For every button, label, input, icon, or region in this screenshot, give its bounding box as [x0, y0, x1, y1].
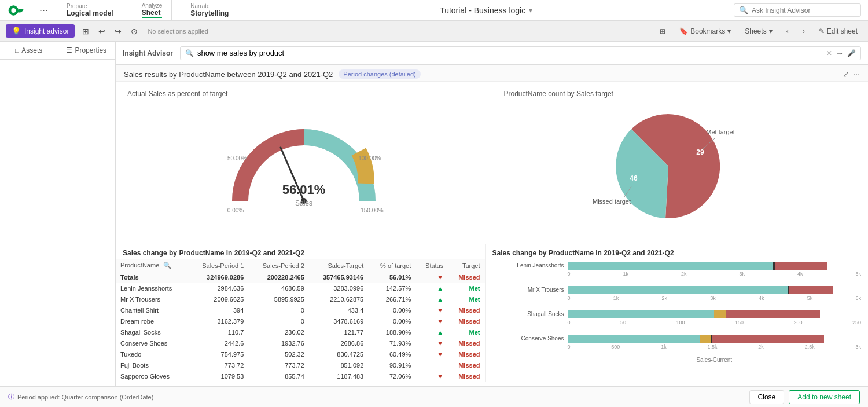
edit-sheet-button[interactable]: ✎ Edit sheet — [814, 25, 862, 37]
nav-left-button[interactable]: ‹ — [782, 25, 793, 37]
row-status: Missed — [448, 305, 484, 316]
row-period1: 2442.6 — [188, 338, 249, 349]
row-target: 3478.6169 — [309, 316, 368, 327]
selections-icon[interactable]: ⊞ — [79, 25, 92, 38]
redo-icon[interactable]: ↪ — [112, 25, 124, 38]
data-table: ProductName 🔍 Sales-Period 1 Sales-Perio… — [116, 259, 485, 382]
pie-container: 46 29 Missed target Met target — [504, 102, 857, 230]
submit-search-icon[interactable]: → — [836, 49, 844, 58]
row-status: Missed — [448, 338, 484, 349]
x-axis-4: 05001k1.5k2k2.5k3k — [568, 344, 862, 350]
col-target: Sales-Target — [309, 259, 368, 272]
x-axis-main-label: Sales-Current — [568, 357, 862, 363]
row-pct: 0.00% — [368, 316, 415, 327]
bar-teal-4 — [568, 335, 700, 343]
bar-row-2: Mr X Trousers 01k2k3k4k5k6k — [568, 286, 862, 301]
ask-insight-input[interactable] — [752, 6, 856, 14]
row-period2: 0 — [248, 316, 309, 327]
row-pct: 188.90% — [368, 327, 415, 338]
row-period1: 3162.379 — [188, 316, 249, 327]
row-period2: 4680.59 — [248, 283, 309, 294]
bar-label-2: Mr X Trousers — [492, 286, 567, 294]
bar-red-4 — [712, 335, 824, 343]
col-status: Status — [415, 259, 448, 272]
row-status: Missed — [448, 371, 484, 382]
nav-analyze[interactable]: Analyze Sheet — [133, 0, 172, 20]
bar-chart-section: Sales change by ProductName in 2019-Q2 a… — [486, 244, 869, 382]
totals-period2: 200228.2465 — [248, 272, 309, 283]
insight-advisor-button[interactable]: 💡 Insight advisor — [6, 24, 75, 38]
qlik-logo — [7, 4, 25, 17]
bar-red-2 — [789, 286, 833, 294]
search-filter-icon[interactable]: 🔍 — [163, 262, 171, 269]
totals-name: Totals — [116, 272, 188, 283]
expand-icon[interactable]: ⤢ — [843, 69, 849, 79]
lock-icon[interactable]: ⊙ — [128, 25, 141, 38]
nav-right-button[interactable]: › — [798, 25, 810, 37]
bar-red-3 — [726, 310, 820, 318]
totals-row: Totals 324969.0286 200228.2465 357465.93… — [116, 272, 485, 283]
row-target: 3283.0996 — [309, 283, 368, 294]
clear-search-icon[interactable]: ✕ — [826, 49, 832, 57]
row-trend: ▼ — [415, 371, 448, 382]
bar-4 — [568, 335, 862, 343]
row-trend: ▼ — [415, 349, 448, 360]
bar-gold-4 — [700, 335, 711, 343]
row-status: Met — [448, 327, 484, 338]
row-trend: ▼ — [415, 305, 448, 316]
properties-tab[interactable]: ☰ Properties — [58, 42, 116, 59]
close-button[interactable]: Close — [749, 390, 785, 404]
col-target-flag: Target — [448, 259, 484, 272]
row-pct: 0.00% — [368, 305, 415, 316]
table-title: Sales change by ProductName in 2019-Q2 a… — [116, 244, 485, 259]
assets-tab[interactable]: □ Assets — [0, 42, 58, 59]
row-pct: 72.06% — [368, 371, 415, 382]
nav-more-icon[interactable]: ··· — [39, 4, 48, 16]
svg-text:50.00%: 50.00% — [227, 155, 247, 162]
insight-advisor-title: Insight Advisor — [116, 49, 180, 57]
sheets-button[interactable]: Sheets ▾ — [740, 25, 777, 37]
voice-search-icon[interactable]: 🎤 — [847, 49, 856, 57]
col-productname: ProductName 🔍 — [116, 259, 188, 272]
content-area: Insight Advisor 🔍 ✕ → 🎤 Sales results by… — [116, 42, 868, 386]
row-period1: 2009.6625 — [188, 294, 249, 305]
nav-narrate[interactable]: Narrate Storytelling — [181, 0, 238, 20]
nav-prepare[interactable]: Prepare Logical model — [57, 0, 123, 20]
row-name: Tuxedo — [116, 349, 188, 360]
svg-text:Met target: Met target — [706, 129, 735, 135]
insight-advisor-header: Insight Advisor 🔍 ✕ → 🎤 — [116, 42, 868, 65]
insight-search-input[interactable] — [197, 49, 823, 57]
left-panel: □ Assets ☰ Properties — [0, 42, 116, 386]
search-magnifier-icon: 🔍 — [185, 49, 194, 57]
ask-insight-search[interactable]: 🔍 — [734, 3, 861, 17]
row-target: 2686.86 — [309, 338, 368, 349]
bar-label-1: Lenin Jeansshorts — [492, 262, 567, 270]
bookmarks-button[interactable]: 🔖 Bookmarks ▾ — [675, 25, 735, 37]
row-trend: ▲ — [415, 283, 448, 294]
bar-label-4: Conserve Shoes — [492, 335, 567, 343]
row-trend: ▲ — [415, 327, 448, 338]
row-status: Missed — [448, 349, 484, 360]
table-row: Conserve Shoes 2442.6 1932.76 2686.86 71… — [116, 338, 485, 349]
svg-text:56.01%: 56.01% — [282, 182, 325, 197]
add-to-new-sheet-button[interactable]: Add to new sheet — [789, 390, 860, 404]
table-row: Fuji Boots 773.72 773.72 851.092 90.91% … — [116, 360, 485, 371]
row-period1: 773.72 — [188, 360, 249, 371]
pie-title: ProductName count by Sales target — [504, 90, 857, 98]
totals-pct: 56.01% — [368, 272, 415, 283]
bar-teal-3 — [568, 310, 715, 318]
grid-view-button[interactable]: ⊞ — [655, 25, 670, 37]
row-period1: 394 — [188, 305, 249, 316]
row-period2: 0 — [248, 305, 309, 316]
bar-row-3: Shagall Socks 050100150200250 — [568, 310, 862, 325]
info-icon: ⓘ — [8, 393, 14, 401]
undo-icon[interactable]: ↩ — [95, 25, 108, 38]
bar-1 — [568, 262, 862, 270]
svg-text:46: 46 — [630, 174, 638, 182]
footer-info: ⓘ Period applied: Quarter comparison (Or… — [8, 393, 153, 401]
more-options-icon[interactable]: ··· — [853, 69, 860, 79]
row-name: Conserve Shoes — [116, 338, 188, 349]
row-target: 1187.483 — [309, 371, 368, 382]
row-target: 121.77 — [309, 327, 368, 338]
row-period2: 773.72 — [248, 360, 309, 371]
